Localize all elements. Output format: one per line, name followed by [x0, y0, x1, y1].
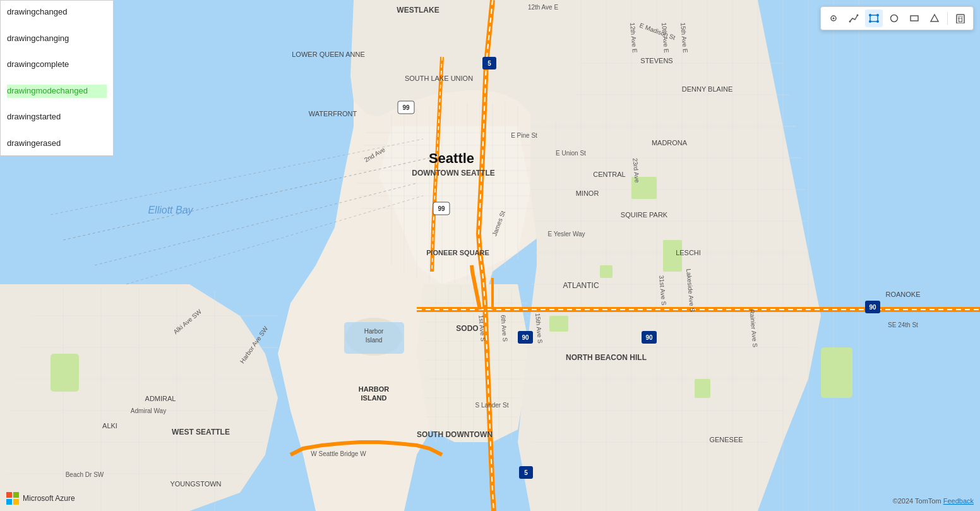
svg-text:MINOR: MINOR	[576, 189, 599, 197]
erase-tool-button[interactable]	[952, 9, 969, 27]
map-svg: 5 5 99 99 90 90 90 Seattle WESTLAKE LOWE…	[0, 0, 980, 511]
microsoft-logo	[6, 492, 19, 505]
svg-text:DOWNTOWN SEATTLE: DOWNTOWN SEATTLE	[412, 169, 495, 177]
svg-text:SQUIRE PARK: SQUIRE PARK	[621, 211, 668, 219]
map-container[interactable]: 5 5 99 99 90 90 90 Seattle WESTLAKE LOWE…	[0, 0, 980, 511]
event-drawingstarted: drawingstarted	[7, 111, 107, 124]
svg-text:Admiral Way: Admiral Way	[131, 407, 166, 414]
svg-point-165	[869, 14, 871, 16]
svg-text:SODO: SODO	[456, 324, 478, 333]
svg-text:WESTLAKE: WESTLAKE	[397, 6, 439, 15]
svg-rect-173	[958, 16, 963, 17]
svg-text:Harbor: Harbor	[364, 328, 384, 335]
point-tool-button[interactable]	[825, 9, 842, 27]
azure-label: Microsoft Azure	[23, 494, 75, 503]
event-drawingmodechanged: drawingmodechanged	[7, 85, 107, 98]
svg-text:CENTRAL: CENTRAL	[593, 171, 625, 178]
svg-rect-86	[695, 379, 710, 398]
svg-rect-82	[821, 347, 852, 398]
event-log: drawingchanged drawingchanging drawingco…	[0, 0, 114, 156]
feedback-link[interactable]: Feedback	[943, 497, 974, 505]
svg-rect-176	[962, 17, 962, 22]
svg-text:5: 5	[524, 469, 528, 476]
svg-rect-164	[870, 15, 878, 21]
svg-rect-170	[911, 16, 918, 21]
svg-text:SOUTH DOWNTOWN: SOUTH DOWNTOWN	[417, 430, 493, 439]
drawing-toolbar	[820, 6, 974, 30]
svg-text:PIONEER SQUARE: PIONEER SQUARE	[426, 249, 489, 256]
svg-text:90: 90	[645, 334, 653, 341]
toolbar-separator	[947, 12, 948, 25]
svg-rect-83	[51, 354, 79, 392]
polygon-tool-button[interactable]	[865, 9, 883, 27]
svg-point-169	[891, 15, 898, 22]
svg-text:LOWER QUEEN ANNE: LOWER QUEEN ANNE	[292, 51, 365, 58]
svg-text:E Union St: E Union St	[556, 150, 586, 157]
svg-text:YOUNGSTOWN: YOUNGSTOWN	[170, 480, 221, 488]
svg-text:ISLAND: ISLAND	[361, 394, 387, 402]
svg-text:E Yesler Way: E Yesler Way	[547, 231, 585, 237]
event-drawingchanging: drawingchanging	[7, 32, 107, 45]
event-drawingchanged: drawingchanged	[7, 6, 107, 19]
svg-text:WATERFRONT: WATERFRONT	[309, 110, 357, 117]
svg-point-167	[876, 20, 879, 23]
svg-point-166	[876, 14, 879, 16]
svg-text:E Pine St: E Pine St	[511, 132, 537, 139]
svg-rect-85	[549, 316, 568, 332]
svg-text:WEST SEATTLE: WEST SEATTLE	[172, 428, 230, 436]
svg-text:ROANOKE: ROANOKE	[885, 291, 920, 298]
circle-tool-button[interactable]	[885, 9, 903, 27]
svg-rect-181	[13, 499, 19, 505]
svg-text:S Lander St: S Lander St	[475, 402, 509, 409]
svg-marker-171	[931, 15, 938, 21]
svg-text:Elliott Bay: Elliott Bay	[148, 205, 193, 215]
svg-rect-180	[6, 499, 12, 505]
svg-text:90: 90	[522, 334, 529, 341]
svg-rect-84	[600, 265, 612, 278]
svg-rect-175	[959, 17, 959, 22]
svg-text:Beach Dr SW: Beach Dr SW	[66, 471, 104, 478]
svg-rect-177	[959, 21, 962, 22]
svg-rect-178	[6, 492, 12, 498]
svg-point-163	[857, 15, 859, 16]
svg-rect-179	[13, 492, 19, 498]
map-attribution: ©2024 TomTom Feedback	[893, 497, 974, 505]
triangle-tool-button[interactable]	[926, 9, 943, 27]
svg-text:GENESEE: GENESEE	[709, 436, 743, 443]
svg-text:MADRONA: MADRONA	[652, 139, 688, 147]
event-drawingerased: drawingerased	[7, 137, 107, 150]
svg-text:LESCHI: LESCHI	[676, 249, 701, 256]
attribution-text: ©2024 TomTom	[893, 497, 941, 505]
line-tool-button[interactable]	[845, 9, 863, 27]
svg-text:90: 90	[869, 304, 876, 311]
svg-point-168	[869, 20, 871, 23]
svg-text:SOUTH LAKE UNION: SOUTH LAKE UNION	[405, 75, 473, 82]
svg-text:99: 99	[402, 104, 410, 111]
svg-text:STEVENS: STEVENS	[640, 57, 672, 64]
svg-rect-174	[958, 18, 962, 19]
svg-text:ALKI: ALKI	[102, 422, 117, 430]
svg-text:ADMIRAL: ADMIRAL	[145, 395, 176, 402]
svg-text:HARBOR: HARBOR	[359, 385, 389, 393]
svg-point-162	[849, 21, 851, 23]
azure-branding: Microsoft Azure	[6, 492, 75, 505]
svg-text:5: 5	[487, 60, 491, 67]
event-drawingcomplete: drawingcomplete	[7, 58, 107, 71]
svg-text:SE 24th St: SE 24th St	[888, 322, 918, 328]
svg-text:99: 99	[438, 205, 445, 212]
svg-text:W Seattle Bridge W: W Seattle Bridge W	[311, 450, 366, 457]
svg-text:12th Ave E: 12th Ave E	[528, 4, 559, 11]
svg-text:Seattle: Seattle	[429, 150, 474, 166]
svg-point-161	[833, 18, 835, 20]
rectangle-tool-button[interactable]	[905, 9, 923, 27]
svg-text:DENNY BLAINE: DENNY BLAINE	[682, 85, 733, 93]
svg-text:ATLANTIC: ATLANTIC	[563, 281, 599, 290]
svg-text:Island: Island	[366, 337, 383, 344]
svg-text:NORTH BEACON HILL: NORTH BEACON HILL	[566, 353, 647, 362]
